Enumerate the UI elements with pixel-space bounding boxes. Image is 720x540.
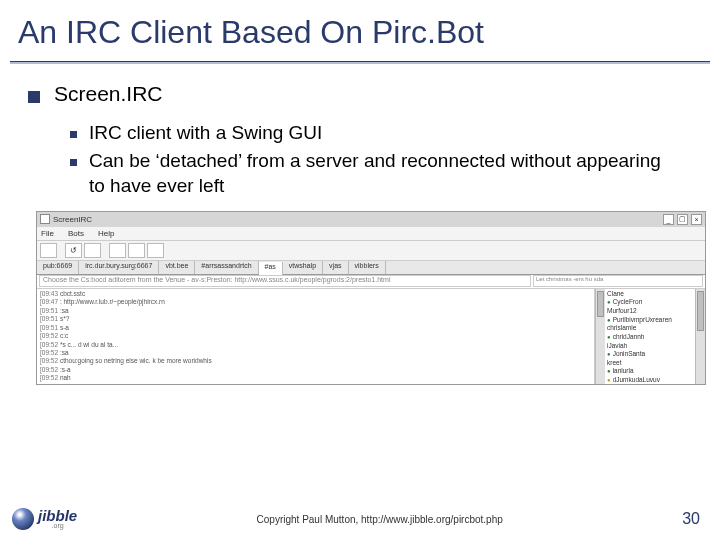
window-titlebar[interactable]: ScreenIRC _ ▢ × [37, 212, 705, 227]
tab[interactable]: #as [259, 262, 283, 275]
footer: jibble .org Copyright Paul Mutton, http:… [0, 508, 720, 530]
user-entry[interactable]: Murfour12 [607, 307, 693, 315]
copyright-text: Copyright Paul Mutton, http://www.jibble… [77, 514, 682, 525]
bullet-sublist: IRC client with a Swing GUI Can be ‘deta… [28, 120, 702, 199]
chat-line: [09:43 cbct.sstc [40, 290, 591, 298]
tab[interactable]: irc.dur.bury.surg:6667 [79, 261, 159, 274]
user-entry[interactable]: dJumkudaLuvuv [607, 376, 693, 384]
page-number: 30 [682, 510, 700, 528]
chat-line: [09:51 s-a [40, 324, 591, 332]
chat-line: [09:52 *s c... d wi du al ta... [40, 341, 591, 349]
bullet-icon [70, 159, 77, 166]
user-entry[interactable]: kreet [607, 359, 693, 367]
bullet-level2: Can be ‘detached’ from a server and reco… [70, 148, 702, 199]
user-entry[interactable]: chridJannh [607, 333, 693, 342]
bullet-text: IRC client with a Swing GUI [89, 120, 322, 146]
menu-bar: File Bots Help [37, 227, 705, 241]
user-entry[interactable]: chrislamie [607, 324, 693, 332]
chat-line: [09:51 s*? [40, 315, 591, 323]
chat-line: [09:52 :s-a [40, 366, 591, 374]
maximize-button[interactable]: ▢ [677, 214, 688, 225]
chat-line: [09:52 c:c [40, 332, 591, 340]
user-entry[interactable]: CycleFron [607, 298, 693, 307]
slide-content: Screen.IRC IRC client with a Swing GUI C… [0, 64, 720, 199]
scrollbar[interactable] [595, 289, 605, 384]
menu-help[interactable]: Help [98, 229, 114, 238]
tab[interactable]: vtwshalp [283, 261, 323, 274]
tab[interactable]: vbt.bee [159, 261, 195, 274]
bullet-icon [70, 131, 77, 138]
scrollbar[interactable] [695, 289, 705, 384]
menu-bots[interactable]: Bots [68, 229, 84, 238]
chat-line: [09:52 :sa [40, 349, 591, 357]
toolbar-button[interactable] [84, 243, 101, 258]
close-button[interactable]: × [691, 214, 702, 225]
tab[interactable]: pub:6669 [37, 261, 79, 274]
bullet-level1: Screen.IRC [28, 82, 702, 106]
user-entry[interactable]: PurilbivmprUxrearen [607, 316, 693, 325]
toolbar-button[interactable]: ↺ [65, 243, 82, 258]
bullet-text: Can be ‘detached’ from a server and reco… [89, 148, 679, 199]
user-entry[interactable]: Clane [607, 290, 693, 298]
user-entry[interactable]: lanlurla [607, 367, 693, 376]
scroll-thumb[interactable] [597, 291, 604, 317]
scroll-thumb[interactable] [697, 291, 704, 331]
toolbar-button[interactable] [147, 243, 164, 258]
logo-text: jibble [38, 510, 77, 522]
chat-line: [09:52 cthou:going so netring else wic. … [40, 357, 591, 365]
user-list[interactable]: ClaneCycleFronMurfour12PurilbivmprUxrear… [605, 289, 695, 384]
window-title: ScreenIRC [53, 215, 660, 224]
chat-line: [09:52 nah [40, 374, 591, 382]
user-entry[interactable]: iJaviah [607, 342, 693, 350]
toolbar-button[interactable] [40, 243, 57, 258]
screenshot-window: ScreenIRC _ ▢ × File Bots Help ↺ pub:666… [36, 211, 706, 385]
tab-bar: pub:6669irc.dur.bury.surg:6667vbt.bee#ar… [37, 261, 705, 275]
minimize-button[interactable]: _ [663, 214, 674, 225]
toolbar: ↺ [37, 241, 705, 261]
slide-title: An IRC Client Based On Pirc.Bot [0, 0, 720, 51]
menu-file[interactable]: File [41, 229, 54, 238]
chat-body: [09:43 cbct.sstc[09:47 : http://www.r.lu… [37, 289, 705, 384]
tab[interactable]: vjas [323, 261, 348, 274]
bullet-icon [28, 91, 40, 103]
logo-icon [12, 508, 34, 530]
toolbar-button[interactable] [128, 243, 145, 258]
bullet-level2: IRC client with a Swing GUI [70, 120, 702, 146]
bullet-heading: Screen.IRC [54, 82, 163, 106]
topic-input[interactable]: Choose the Cs:bocd aditorem from the Ven… [39, 275, 531, 287]
toolbar-button[interactable] [109, 243, 126, 258]
app-icon [40, 214, 50, 224]
chat-line: [09:51 :sa [40, 307, 591, 315]
address-row: Choose the Cs:bocd aditorem from the Ven… [37, 275, 705, 289]
chat-log[interactable]: [09:43 cbct.sstc[09:47 : http://www.r.lu… [37, 289, 595, 384]
chat-line: [09:47 : http://www.r.lub.r/~people/pjhi… [40, 298, 591, 306]
jibble-logo: jibble .org [12, 508, 77, 530]
user-entry[interactable]: JoninSanta [607, 350, 693, 359]
tab[interactable]: vibblers [349, 261, 386, 274]
tab[interactable]: #arrsassandrtch [195, 261, 258, 274]
channel-topic[interactable]: Let christmas -ers hu sda [533, 275, 703, 287]
